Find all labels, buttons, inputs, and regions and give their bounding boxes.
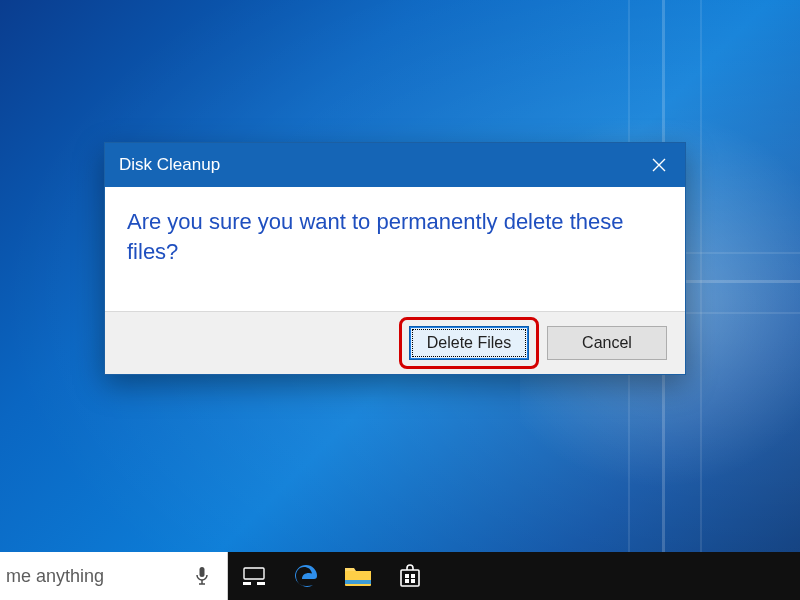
search-box[interactable]: me anything — [0, 552, 228, 600]
microphone-icon — [195, 566, 209, 586]
file-explorer-icon — [344, 565, 372, 587]
dialog-titlebar[interactable]: Disk Cleanup — [105, 143, 685, 187]
file-explorer-button[interactable] — [332, 552, 384, 600]
svg-rect-4 — [243, 582, 251, 585]
store-icon — [398, 564, 422, 588]
edge-icon — [293, 563, 319, 589]
svg-rect-0 — [200, 567, 205, 577]
taskbar: me anything — [0, 552, 800, 600]
close-button[interactable] — [633, 143, 685, 187]
svg-rect-12 — [411, 579, 415, 583]
dialog-body: Are you sure you want to permanently del… — [105, 187, 685, 311]
dialog-message: Are you sure you want to permanently del… — [127, 207, 663, 266]
task-view-icon — [243, 567, 265, 585]
wallpaper-beam — [700, 0, 702, 600]
svg-rect-7 — [345, 580, 371, 584]
dialog-title: Disk Cleanup — [119, 155, 633, 175]
svg-rect-8 — [401, 570, 419, 586]
svg-rect-11 — [405, 579, 409, 583]
edge-browser-button[interactable] — [280, 552, 332, 600]
dialog-button-bar: Delete Files Cancel — [105, 311, 685, 374]
cortana-mic-button[interactable] — [187, 566, 217, 586]
close-icon — [652, 158, 666, 172]
desktop-background: Disk Cleanup Are you sure you want to pe… — [0, 0, 800, 600]
cancel-button[interactable]: Cancel — [547, 326, 667, 360]
delete-files-button[interactable]: Delete Files — [409, 326, 529, 360]
svg-rect-3 — [244, 568, 264, 579]
svg-rect-9 — [405, 574, 409, 578]
search-placeholder: me anything — [0, 566, 187, 587]
svg-rect-5 — [257, 582, 265, 585]
store-button[interactable] — [384, 552, 436, 600]
task-view-button[interactable] — [228, 552, 280, 600]
disk-cleanup-dialog: Disk Cleanup Are you sure you want to pe… — [104, 142, 686, 375]
svg-rect-10 — [411, 574, 415, 578]
